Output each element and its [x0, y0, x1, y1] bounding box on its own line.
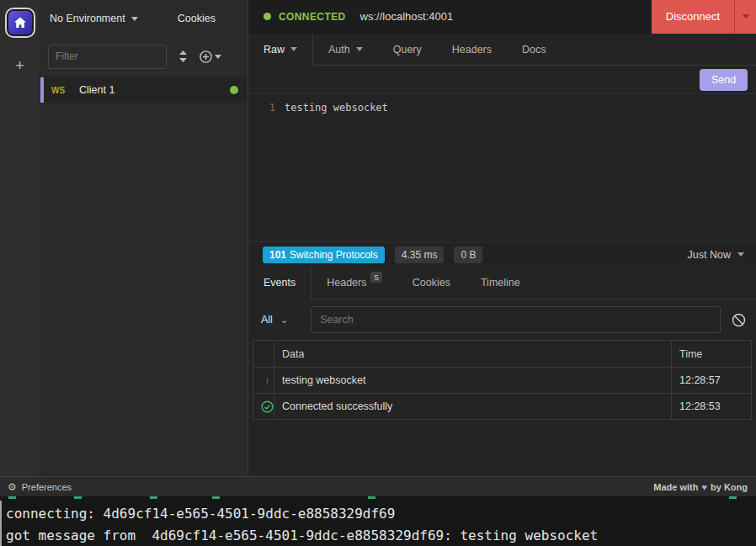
tab-headers-label: Headers [452, 44, 492, 56]
clipped-terminal-line-fragment [74, 496, 82, 499]
new-project-button[interactable]: + [15, 57, 24, 73]
clipped-terminal-line-fragment [212, 496, 220, 499]
response-history-dropdown[interactable]: Just Now [688, 249, 744, 261]
request-tabbar: Raw Auth Query Headers Docs [248, 34, 756, 66]
event-row-sent[interactable]: ↑ testing websocket 12:28:57 [253, 368, 752, 394]
disconnect-button[interactable]: Disconnect [652, 0, 756, 34]
event-type-selected: All [261, 314, 273, 326]
terminal-line-got-message: got message from 4d69cf14-e565-4501-9ddc… [0, 525, 756, 546]
sidebar-filter-row [40, 37, 248, 76]
clear-events-button[interactable] [732, 313, 746, 327]
event-type-select[interactable]: All ⌄ [258, 314, 296, 326]
workbench: + No Environment Cookies [0, 0, 756, 476]
editor-line: 1 testing websocket [248, 100, 756, 115]
ws-method-tag: WS [51, 86, 70, 95]
sort-button[interactable] [178, 50, 188, 62]
tab-docs[interactable]: Docs [507, 34, 561, 65]
tab-docs-label: Docs [522, 44, 546, 56]
tab-raw[interactable]: Raw [248, 34, 313, 66]
sidebar: No Environment Cookies [40, 0, 248, 476]
disconnect-label: Disconnect [652, 0, 734, 34]
disconnect-dropdown[interactable] [734, 0, 756, 34]
environment-selector[interactable]: No Environment [50, 13, 138, 24]
tab-timeline[interactable]: Timeline [466, 267, 535, 299]
message-editor[interactable]: 1 testing websocket [248, 94, 756, 241]
main-pane: CONNECTED ws://localhost:4001 Disconnect… [248, 0, 756, 476]
line-number: 1 [248, 100, 285, 115]
status-code: 101 [269, 249, 286, 261]
response-tabbar: Events Headers 5 Cookies Timeline [248, 267, 756, 300]
heart-icon: ♥ [701, 482, 707, 492]
gear-icon: ⚙ [8, 482, 17, 492]
events-filter-row: All ⌄ [248, 300, 756, 340]
preferences-label: Preferences [22, 482, 72, 492]
sort-icon [178, 50, 188, 62]
tab-response-cookies[interactable]: Cookies [397, 267, 466, 299]
tab-events[interactable]: Events [248, 267, 311, 300]
tab-auth-label: Auth [328, 44, 350, 56]
recency-label: Just Now [688, 249, 731, 261]
connected-dot [264, 13, 271, 20]
chevron-down-icon [737, 252, 744, 257]
chevron-down-icon [290, 47, 297, 51]
tab-headers[interactable]: Headers [437, 34, 507, 65]
time-column-header: Time [672, 341, 752, 368]
size-badge: 0 B [454, 246, 482, 263]
chevron-down-icon [356, 47, 363, 51]
home-icon [13, 16, 27, 29]
connection-bar: CONNECTED ws://localhost:4001 Disconnect [248, 0, 756, 34]
check-circle-icon [261, 400, 274, 413]
clipped-terminal-line-fragment [729, 496, 737, 499]
preferences-button[interactable]: ⚙ Preferences [8, 482, 72, 492]
send-button[interactable]: Send [700, 69, 748, 91]
sidebar-item-client-1[interactable]: WS Client 1 [40, 77, 248, 103]
status-code-badge[interactable]: 101Switching Protocols [263, 246, 385, 263]
status-reason: Switching Protocols [290, 249, 378, 261]
tab-events-label: Events [264, 277, 295, 289]
tab-response-cookies-label: Cookies [413, 277, 450, 289]
clipped-terminal-line-fragment [150, 496, 157, 499]
data-column-header: Data [274, 341, 672, 368]
client-name: Client 1 [79, 84, 114, 96]
environment-label: No Environment [50, 13, 125, 24]
tab-auth[interactable]: Auth [313, 34, 378, 65]
connection-status: CONNECTED [279, 11, 346, 23]
events-table-zone: Data Time ↑ testing websocket 12:28:57 [248, 340, 756, 476]
websocket-url[interactable]: ws://localhost:4001 [360, 10, 454, 23]
events-table-header: Data Time [253, 341, 752, 368]
activity-rail: + [0, 0, 40, 476]
editor-text[interactable]: testing websocket [285, 100, 756, 115]
terminal-line-connecting: connecting: 4d69cf14-e565-4501-9ddc-e885… [0, 503, 756, 525]
arrow-up-icon: ↑ [264, 374, 270, 387]
terminal[interactable]: connecting: 4d69cf14-e565-4501-9ddc-e885… [0, 496, 756, 546]
client-connected-dot [230, 86, 238, 94]
sidebar-filter-input[interactable] [48, 45, 167, 69]
insomnia-window: + No Environment Cookies [0, 0, 756, 546]
event-data[interactable]: testing websocket [274, 368, 672, 394]
tab-timeline-label: Timeline [481, 277, 520, 289]
response-status-bar: 101Switching Protocols 4.35 ms 0 B Just … [248, 241, 756, 267]
cookies-button[interactable]: Cookies [178, 13, 216, 24]
tab-response-headers[interactable]: Headers 5 [311, 267, 397, 299]
event-time: 12:28:57 [672, 368, 752, 394]
home-button-face [8, 11, 32, 34]
credit-suffix: by Kong [711, 482, 748, 492]
headers-count-badge: 5 [370, 272, 381, 283]
credit-prefix: Made with [653, 482, 698, 492]
tab-query[interactable]: Query [378, 34, 437, 65]
event-row-connected[interactable]: Connected successfully 12:28:53 [253, 394, 752, 420]
chevron-down-icon [215, 55, 221, 59]
connected-event-cell [253, 394, 274, 420]
terminal-left-edge [0, 501, 2, 546]
tab-response-headers-label: Headers [327, 277, 366, 289]
home-button[interactable] [5, 8, 35, 38]
kong-credit: Made with ♥ by Kong [653, 482, 748, 492]
events-search-input[interactable] [311, 306, 721, 333]
sidebar-top-row: No Environment Cookies [40, 0, 248, 37]
duration-badge: 4.35 ms [395, 246, 445, 263]
event-data[interactable]: Connected successfully [274, 394, 672, 420]
terminal-output: connecting: 4d69cf14-e565-4501-9ddc-e885… [0, 496, 756, 546]
add-request-button[interactable] [200, 50, 221, 63]
icon-column-header [253, 341, 274, 368]
clipped-terminal-line-fragment [8, 496, 16, 499]
